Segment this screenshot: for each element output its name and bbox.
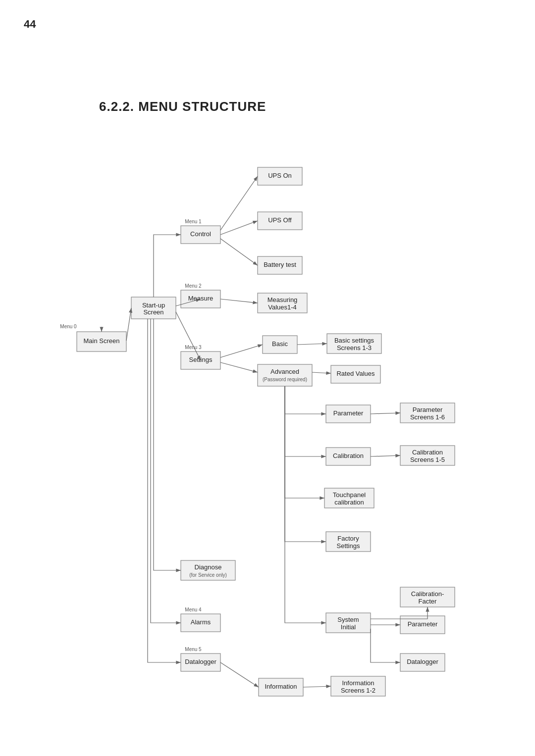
connector-advanced-factory [285,386,326,542]
connector-main-startup [126,308,131,341]
menu2-label: Menu 2 [185,283,202,289]
advanced-label2: (Password required) [263,377,307,382]
calibration-facter-label2: Facter [419,598,437,605]
ups-on-label: UPS On [268,172,292,179]
datalogger-label: Datalogger [185,658,216,665]
alarms-label: Alarms [191,618,211,626]
advanced-label1: Advanced [270,368,299,375]
connector-startup-alarms [151,319,181,623]
connector-information-screens [303,686,331,687]
connector-startup-control [154,235,181,297]
information-label: Information [265,683,297,690]
connector-startup-datalogger [148,319,181,662]
system-initial-label2: Initial [341,623,356,631]
measuring-values-label2: Values1-4 [268,303,297,311]
measuring-values-label1: Measuring [268,296,298,303]
menu0-label: Menu 0 [60,324,77,329]
calibration-screens-label2: Screens 1-5 [410,456,445,463]
parameter-label: Parameter [333,409,364,417]
basic-settings-label1: Basic settings [334,337,374,344]
battery-test-label: Battery test [264,261,296,268]
connector-control-upsoff [220,221,258,235]
settings-label: Settings [189,356,213,363]
connector-startup-diagnose [154,319,181,570]
connector-settings-basic [220,345,263,357]
connector-calibration-screens [371,455,400,456]
connector-settings-advanced [220,362,258,372]
calibration-facter-label1: Calibration- [411,590,444,598]
calibration-label: Calibration [333,452,364,459]
connector-advanced-ratedvalues [312,372,331,373]
parameter2-label: Parameter [408,620,438,628]
basic-label: Basic [272,340,288,348]
connector-datalogger-information [220,662,259,687]
menu1-label: Menu 1 [185,219,202,224]
basic-settings-label2: Screens 1-3 [337,344,372,352]
rated-values-label: Rated Values [336,370,375,377]
datalogger2-label: Datalogger [407,658,438,665]
calibration-screens-label1: Calibration [412,449,443,456]
menu4-label: Menu 4 [185,607,202,612]
touchpanel-label2: calibration [334,499,364,506]
information-screens-label2: Screens 1-2 [341,687,375,694]
diagnose-label2: (for Service only) [189,572,227,578]
connector-systeminit-datalogger2 [371,629,400,662]
parameter-screens-label2: Screens 1-6 [410,413,445,421]
startup-screen-label2: Screen [143,308,163,316]
menu5-label: Menu 5 [185,647,202,652]
ups-off-label: UPS Off [268,216,292,224]
parameter-screens-label1: Parameter [413,406,443,413]
diagnose-label1: Diagnose [195,563,222,571]
information-screens-label1: Information [342,679,374,687]
connector-advanced-systeminit [285,386,326,623]
startup-screen-label1: Start-up [142,302,165,309]
measure-label: Measure [188,295,214,302]
connector-advanced-calibration [285,386,326,456]
diagram-container: Menu 0 Main Screen Start-up Screen Menu … [0,134,535,743]
main-screen-label: Main Screen [84,337,120,345]
connector-measure-values [220,299,258,303]
connector-control-upson [220,176,258,230]
connector-basic-basicsettings [297,344,327,345]
control-label: Control [190,230,211,238]
connector-parameter-screens [371,413,400,414]
section-title: 6.2.2. MENU STRUCTURE [99,99,266,114]
system-initial-label1: System [337,616,359,623]
connector-advanced-touchpanel [285,386,324,498]
factory-settings-label2: Settings [337,542,360,550]
touchpanel-label1: Touchpanel [333,491,366,499]
page-number: 44 [24,18,36,31]
menu3-label: Menu 3 [185,345,202,350]
connector-advanced-parameter [285,386,326,414]
connector-control-batterytest [220,239,258,265]
factory-settings-label1: Factory [337,535,359,542]
